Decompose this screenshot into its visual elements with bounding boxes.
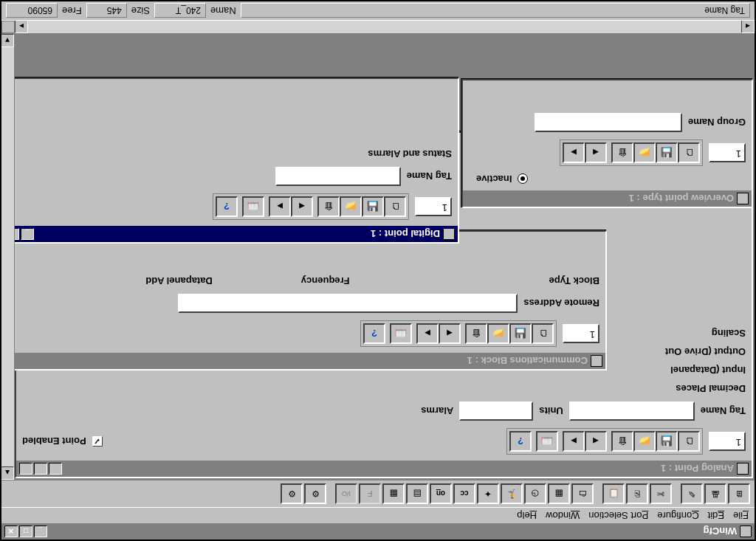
delete-icon[interactable]: 🗑 — [317, 196, 340, 217]
next-icon[interactable]: ► — [269, 196, 291, 217]
open-icon[interactable]: 📂 — [487, 323, 509, 344]
save-icon[interactable]: 💾 — [362, 196, 384, 217]
tool-f-button[interactable]: F — [359, 483, 381, 504]
analog-title: Analog Point : 1 — [661, 464, 734, 475]
tool-runner-icon[interactable]: 🏃 — [501, 483, 523, 504]
point-enabled-checkbox[interactable]: ✓ — [92, 436, 103, 447]
menu-edit[interactable]: Edit — [708, 510, 724, 521]
analog-id-input[interactable]: 1 — [709, 432, 746, 451]
overview-titlebar[interactable]: Overview point type : 1 — [463, 190, 752, 207]
help-icon[interactable]: ? — [363, 323, 385, 344]
menu-file[interactable]: File — [733, 510, 749, 521]
point-enabled-label: Point Enabled — [22, 436, 86, 447]
menubar: File Edit Configure Port Selection Windo… — [1, 508, 755, 523]
group-name-input[interactable] — [535, 113, 682, 132]
mdi-vertical-scrollbar[interactable]: ▲ ▼ — [1, 34, 15, 480]
overview-window[interactable]: Overview point type : 1 Inactive 1 🗋 💾 📂… — [461, 79, 753, 208]
tool-wizard-icon[interactable]: ✦ — [477, 483, 499, 504]
comm-block-window[interactable]: Communications Block : 1 1 🗋 💾 📂 🗑 ◄ ► — [1, 230, 607, 371]
analog-maximize-button[interactable]: □ — [34, 463, 47, 475]
prev-icon[interactable]: ◄ — [585, 142, 607, 163]
analog-tag-name-input[interactable] — [569, 402, 695, 421]
maximize-button[interactable]: □ — [19, 526, 32, 537]
digital-id-input[interactable]: 1 — [415, 197, 452, 216]
menu-port-selection[interactable]: Port Selection — [588, 510, 648, 521]
comm-id-input[interactable]: 1 — [563, 324, 599, 343]
tool-grid2-icon[interactable]: ▦ — [382, 483, 405, 504]
decimal-places-label: Decimal Places — [676, 383, 746, 394]
scroll-left-icon[interactable]: ◄ — [741, 20, 755, 33]
close-button[interactable]: ✕ — [4, 526, 18, 537]
menu-window[interactable]: Window — [546, 510, 580, 521]
tool-grid-icon[interactable]: ▤ — [406, 483, 428, 504]
tool-clock-icon[interactable]: ◷ — [524, 483, 546, 504]
book-icon[interactable]: 📖 — [390, 323, 412, 344]
tool-doc-icon[interactable]: 🗎 — [728, 483, 750, 504]
prev-icon[interactable]: ◄ — [291, 196, 313, 217]
new-icon[interactable]: 🗋 — [384, 196, 406, 217]
tool-cc-button[interactable]: cc — [453, 483, 475, 504]
analog-icon — [737, 463, 749, 475]
new-icon[interactable]: 🗋 — [678, 431, 700, 452]
delete-icon[interactable]: 🗑 — [611, 142, 633, 163]
scroll-up-icon[interactable]: ▲ — [1, 466, 14, 480]
tool-config-icon[interactable]: ⚙ — [304, 483, 326, 504]
new-icon[interactable]: 🗋 — [532, 323, 554, 344]
save-icon[interactable]: 💾 — [509, 323, 532, 344]
analog-close-button[interactable]: ✕ — [19, 463, 32, 475]
remote-address-label: Remote Address — [523, 298, 599, 309]
open-icon[interactable]: 📂 — [340, 196, 362, 217]
overview-id-input[interactable]: 1 — [709, 143, 746, 162]
digital-titlebar[interactable]: Digital point : 1 _ □ — [3, 226, 458, 242]
next-icon[interactable]: ► — [563, 142, 585, 163]
menu-help[interactable]: Help — [517, 510, 537, 521]
open-icon[interactable]: 📂 — [633, 142, 656, 163]
tool-io-button[interactable]: I/O — [335, 483, 357, 504]
help-icon[interactable]: ? — [216, 196, 238, 217]
next-icon[interactable]: ► — [416, 323, 439, 344]
inactive-radio[interactable] — [518, 174, 528, 185]
scroll-down-icon[interactable]: ▼ — [1, 34, 14, 47]
tool-folder-icon[interactable]: 🗀 — [571, 483, 594, 504]
analog-mini-toolbar: 🗋 💾 📂 🗑 ◄ ► 📖 ? — [506, 428, 703, 455]
tool-config2-icon[interactable]: ⚙ — [281, 483, 303, 504]
tool-on-button[interactable]: on — [430, 483, 452, 504]
minimize-button[interactable]: _ — [34, 526, 47, 537]
prev-icon[interactable]: ◄ — [585, 431, 607, 452]
tool-paste-icon[interactable]: 📋 — [602, 483, 625, 504]
delete-icon[interactable]: 🗑 — [611, 431, 633, 452]
digital-point-window[interactable]: Digital point : 1 _ □ 1 🗋 💾 📂 🗑 — [1, 77, 459, 244]
menu-configure[interactable]: Configure — [657, 510, 698, 521]
open-icon[interactable]: 📂 — [633, 431, 656, 452]
digital-tag-name-input[interactable] — [275, 167, 401, 186]
help-icon[interactable]: ? — [509, 431, 532, 452]
comm-title: Communications Block : 1 — [467, 356, 588, 367]
digital-title: Digital point : 1 — [371, 229, 440, 240]
comm-mini-toolbar: 🗋 💾 📂 🗑 ◄ ► 📖 ? — [360, 320, 557, 347]
tool-copy-icon[interactable]: ⎘ — [626, 483, 648, 504]
delete-icon[interactable]: 🗑 — [465, 323, 487, 344]
scroll-track[interactable] — [1, 47, 14, 466]
save-icon[interactable]: 💾 — [656, 142, 678, 163]
comm-titlebar[interactable]: Communications Block : 1 — [3, 353, 605, 369]
mdi-horizontal-scrollbar[interactable]: ◄ ► — [1, 21, 755, 34]
analog-point-titlebar[interactable]: Analog Point : 1 _ □ ✕ — [16, 461, 752, 477]
book-icon[interactable]: 📖 — [242, 196, 264, 217]
tool-edit-icon[interactable]: ✎ — [681, 483, 703, 504]
new-icon[interactable]: 🗋 — [678, 142, 700, 163]
remote-address-input[interactable] — [178, 294, 518, 313]
scaling-label: Scaling — [712, 328, 746, 339]
tool-db-icon[interactable]: ▦ — [548, 483, 570, 504]
tool-print-icon[interactable]: 🖶 — [704, 483, 726, 504]
save-icon[interactable]: 💾 — [656, 431, 678, 452]
scroll-track-h[interactable] — [28, 21, 741, 33]
analog-minimize-button[interactable]: _ — [49, 463, 62, 475]
analog-units-input[interactable] — [459, 402, 533, 421]
status-free-label: Free — [62, 5, 82, 16]
tool-cut-icon[interactable]: ✄ — [650, 483, 672, 504]
scroll-right-icon[interactable]: ► — [15, 20, 28, 33]
digital-minimize-button[interactable]: _ — [21, 228, 34, 240]
prev-icon[interactable]: ◄ — [439, 323, 461, 344]
next-icon[interactable]: ► — [563, 431, 585, 452]
book-icon[interactable]: 📖 — [536, 431, 558, 452]
